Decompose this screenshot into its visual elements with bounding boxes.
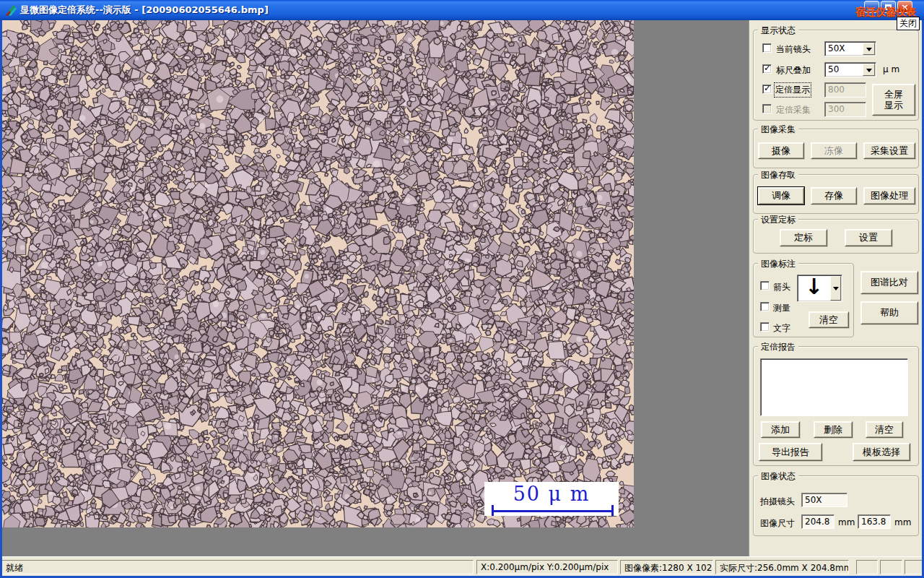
report-add-button[interactable]: 添加 bbox=[761, 421, 800, 438]
text-label: 文字 bbox=[773, 322, 790, 335]
ruler-overlay-label: 标尺叠加 bbox=[776, 64, 811, 77]
group-annotation-title: 图像标注 bbox=[758, 258, 798, 270]
status-spare-2 bbox=[880, 560, 902, 574]
scale-bar-overlay: 50 μ m bbox=[484, 482, 619, 516]
capture-settings-button[interactable]: 采集设置 bbox=[863, 142, 915, 159]
ruler-value-select[interactable]: 50 bbox=[824, 62, 876, 77]
title-bar: 显微图像定倍系统--演示版 - [20090602055646.bmp] bbox=[0, 0, 924, 20]
group-image-capture-title: 图像采集 bbox=[758, 124, 798, 136]
fixed-display-label: 定倍显示 bbox=[775, 84, 810, 96]
fixed-capture-checkbox bbox=[762, 104, 772, 113]
status-ready: 就绪 bbox=[1, 560, 474, 574]
measure-label: 测量 bbox=[773, 302, 790, 314]
fullscreen-button[interactable]: 全屏 显示 bbox=[872, 84, 915, 116]
scale-bar-line bbox=[492, 510, 613, 512]
atlas-compare-button[interactable]: 图谱比对 bbox=[860, 271, 918, 294]
calibrate-button[interactable]: 定标 bbox=[780, 229, 827, 246]
text-checkbox[interactable] bbox=[760, 322, 770, 332]
group-image-storage-title: 图像存取 bbox=[758, 169, 798, 181]
load-image-button[interactable]: 调像 bbox=[758, 187, 804, 204]
image-width-field: 204.8 bbox=[801, 514, 834, 529]
ruler-dropdown-button[interactable] bbox=[863, 64, 875, 76]
scale-bar-tick-left bbox=[492, 505, 494, 516]
group-display-status-title: 显示状态 bbox=[758, 25, 798, 37]
ruler-overlay-checkbox[interactable]: ✓ bbox=[762, 64, 772, 74]
down-arrow-icon: ↓ bbox=[805, 274, 823, 299]
check-icon: ✓ bbox=[764, 83, 771, 93]
arrow-checkbox[interactable] bbox=[760, 281, 770, 290]
group-image-status-title: 图像状态 bbox=[758, 470, 798, 483]
image-process-button[interactable]: 图像处理 bbox=[863, 187, 915, 204]
measure-checkbox[interactable] bbox=[760, 302, 770, 311]
clear-annotation-button[interactable]: 清空 bbox=[808, 311, 849, 328]
chevron-down-icon bbox=[866, 48, 872, 51]
lens-value-field: 50X bbox=[801, 493, 847, 507]
report-delete-button[interactable]: 删除 bbox=[814, 421, 853, 438]
fullscreen-button-line2: 显示 bbox=[884, 100, 903, 111]
micrograph-image[interactable] bbox=[2, 20, 634, 527]
arrow-style-dropdown-button[interactable] bbox=[830, 276, 841, 301]
image-size-label: 图像尺寸 bbox=[760, 517, 795, 530]
image-height-unit: mm bbox=[894, 517, 911, 527]
freeze-button: 冻像 bbox=[811, 142, 857, 159]
current-lens-label: 当前镜头 bbox=[776, 43, 811, 56]
status-image-pixels: 图像像素:1280 X 1024 bbox=[620, 560, 713, 574]
fixed-capture-label: 定倍采集 bbox=[776, 104, 811, 116]
window-title: 显微图像定倍系统--演示版 - [20090602055646.bmp] bbox=[20, 4, 269, 17]
current-lens-select[interactable]: 50X bbox=[824, 41, 876, 56]
current-lens-value: 50X bbox=[828, 43, 845, 53]
image-height-field: 163.8 bbox=[858, 514, 891, 529]
template-select-button[interactable]: 模板选择 bbox=[853, 443, 910, 461]
fixed-display-checkbox[interactable]: ✓ bbox=[762, 85, 772, 94]
report-clear-button[interactable]: 清空 bbox=[866, 421, 903, 438]
current-lens-dropdown-button[interactable] bbox=[863, 43, 875, 55]
lens-label: 拍摄镜头 bbox=[760, 496, 795, 508]
scale-bar-tick-right bbox=[611, 505, 614, 516]
calibration-settings-button[interactable]: 设置 bbox=[845, 229, 892, 246]
chevron-down-icon bbox=[833, 287, 839, 290]
arrow-style-select[interactable]: ↓ bbox=[797, 275, 842, 302]
fixed-display-input: 800 bbox=[824, 82, 866, 98]
status-bar: 就绪 X:0.200μm/pix Y:0.200μm/pix 图像像素:1280… bbox=[0, 556, 924, 576]
save-image-button[interactable]: 存像 bbox=[811, 187, 857, 204]
ruler-value: 50 bbox=[828, 64, 839, 74]
status-spare-1 bbox=[856, 560, 878, 574]
app-icon bbox=[5, 4, 18, 17]
help-button[interactable]: 帮助 bbox=[860, 301, 918, 324]
close-tooltip: 关闭 bbox=[897, 17, 920, 30]
status-pixel-scale: X:0.200μm/pix Y:0.200μm/pix bbox=[476, 560, 618, 574]
export-report-button[interactable]: 导出报告 bbox=[759, 443, 822, 461]
group-calibration-title: 设置定标 bbox=[758, 214, 798, 226]
arrow-label: 箭头 bbox=[773, 281, 790, 293]
shoot-button[interactable]: 摄像 bbox=[758, 142, 804, 159]
status-actual-size: 实际尺寸:256.0mm X 204.8mm bbox=[715, 560, 849, 574]
image-width-unit: mm bbox=[838, 517, 855, 527]
scale-bar-label: 50 μ m bbox=[484, 483, 619, 505]
check-icon: ✓ bbox=[764, 63, 771, 73]
report-listbox[interactable] bbox=[760, 358, 908, 416]
fixed-capture-input: 300 bbox=[824, 102, 866, 117]
group-calibration: 设置定标 bbox=[753, 219, 919, 254]
window-border-left bbox=[0, 20, 2, 578]
status-spare-3 bbox=[905, 560, 923, 574]
group-report-title: 定倍报告 bbox=[758, 341, 798, 353]
chevron-down-icon bbox=[866, 69, 872, 72]
ruler-unit-label: μ m bbox=[883, 64, 899, 74]
fullscreen-button-line1: 全屏 bbox=[884, 89, 903, 100]
current-lens-checkbox[interactable] bbox=[762, 43, 772, 53]
